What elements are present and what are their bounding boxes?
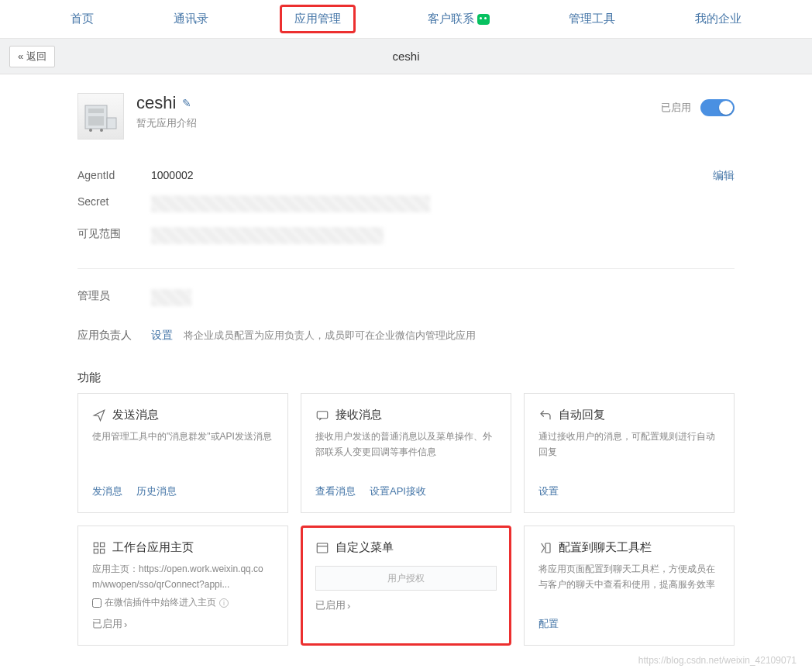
card-title: 配置到聊天工具栏 — [559, 540, 652, 555]
edit-link[interactable]: 编辑 — [713, 169, 735, 183]
enable-box: 已启用 — [661, 99, 735, 116]
action-api[interactable]: 设置API接收 — [370, 484, 426, 498]
svg-point-4 — [89, 129, 92, 132]
svg-rect-10 — [101, 549, 105, 553]
agentid-value: 1000002 — [151, 169, 713, 181]
action-config[interactable]: 配置 — [538, 617, 559, 631]
nav-tools[interactable]: 管理工具 — [561, 9, 623, 29]
menu-icon — [315, 541, 329, 555]
functions-title: 功能 — [0, 357, 812, 393]
reply-icon — [538, 408, 552, 422]
cards-grid: 发送消息 使用管理工具中的"消息群发"或API发送消息 发消息 历史消息 接收消… — [0, 393, 812, 672]
admin-value-redacted — [151, 289, 191, 306]
svg-point-5 — [100, 129, 103, 132]
card-status[interactable]: 已启用› — [92, 617, 274, 631]
grid-icon — [92, 541, 106, 555]
action-send[interactable]: 发消息 — [92, 484, 122, 498]
owner-row: 应用负责人 设置 将企业成员配置为应用负责人，成员即可在企业微信内管理此应用 — [77, 322, 735, 349]
visible-value-redacted — [151, 227, 384, 244]
edit-name-icon[interactable]: ✎ — [182, 97, 191, 109]
svg-rect-13 — [545, 543, 550, 553]
app-name: ceshi ✎ — [136, 93, 197, 113]
agentid-row: AgentId 1000002 编辑 — [77, 163, 735, 189]
card-desc: 应用主页：https://open.work.weixin.qq.com/wwo… — [92, 561, 274, 593]
visible-label: 可见范围 — [77, 227, 151, 241]
enable-toggle[interactable] — [700, 99, 735, 116]
main-content: ceshi ✎ 暂无应用介绍 已启用 AgentId 1000002 编辑 Se… — [0, 74, 812, 672]
app-icon — [77, 93, 124, 140]
card-receive-message[interactable]: 接收消息 接收用户发送的普通消息以及菜单操作、外部联系人变更回调等事件信息 查看… — [301, 393, 511, 513]
wechat-icon — [477, 14, 490, 25]
nav-app-management[interactable]: 应用管理 — [280, 5, 356, 33]
owner-desc: 将企业成员配置为应用负责人，成员即可在企业微信内管理此应用 — [184, 329, 476, 341]
card-title: 发送消息 — [112, 408, 159, 422]
card-title: 自动回复 — [559, 408, 605, 422]
back-button[interactable]: « 返回 — [9, 46, 55, 67]
app-description: 暂无应用介绍 — [136, 116, 197, 130]
toolbar-icon — [538, 541, 552, 555]
svg-rect-7 — [94, 543, 98, 546]
owner-label: 应用负责人 — [77, 329, 151, 343]
card-auto-reply[interactable]: 自动回复 通过接收用户的消息，可配置规则进行自动回复 设置 — [524, 393, 735, 513]
admin-label: 管理员 — [77, 289, 151, 303]
header-bar: « 返回 ceshi — [0, 39, 812, 74]
card-title: 接收消息 — [335, 408, 382, 422]
checkbox-row: 在微信插件中始终进入主页 i — [92, 596, 274, 609]
secret-row: Secret — [77, 189, 735, 221]
top-nav: 首页 通讯录 应用管理 客户联系 管理工具 我的企业 — [0, 0, 812, 39]
nav-company[interactable]: 我的企业 — [687, 9, 749, 29]
agentid-label: AgentId — [77, 169, 151, 181]
secret-label: Secret — [77, 195, 151, 208]
page-title: ceshi — [392, 50, 419, 63]
card-title: 自定义菜单 — [335, 540, 394, 555]
svg-rect-6 — [317, 411, 328, 418]
svg-rect-1 — [88, 109, 104, 113]
card-workbench[interactable]: 工作台应用主页 应用主页：https://open.work.weixin.qq… — [77, 526, 288, 646]
app-header: ceshi ✎ 暂无应用介绍 已启用 — [77, 93, 735, 163]
card-desc: 接收用户发送的普通消息以及菜单操作、外部联系人变更回调等事件信息 — [315, 429, 497, 477]
svg-rect-2 — [88, 116, 104, 126]
nav-home[interactable]: 首页 — [63, 9, 102, 29]
action-setup[interactable]: 设置 — [538, 484, 559, 498]
card-desc: 通过接收用户的消息，可配置规则进行自动回复 — [538, 429, 720, 477]
svg-rect-11 — [317, 543, 328, 553]
svg-rect-3 — [107, 118, 116, 129]
card-chat-toolbar[interactable]: 配置到聊天工具栏 将应用页面配置到聊天工具栏，方便成员在与客户的聊天中查看和使用… — [524, 526, 735, 646]
chevron-right-icon: › — [124, 619, 127, 630]
card-title: 工作台应用主页 — [112, 540, 194, 555]
menu-preview[interactable]: 用户授权 — [315, 566, 497, 591]
svg-rect-8 — [101, 543, 105, 546]
receive-icon — [315, 408, 329, 422]
always-enter-checkbox[interactable] — [92, 598, 102, 608]
chevron-right-icon: › — [347, 600, 350, 612]
card-send-message[interactable]: 发送消息 使用管理工具中的"消息群发"或API发送消息 发消息 历史消息 — [77, 393, 288, 513]
card-desc: 使用管理工具中的"消息群发"或API发送消息 — [92, 429, 274, 477]
admin-row: 管理员 — [77, 283, 735, 315]
info-icon[interactable]: i — [219, 598, 229, 608]
action-view[interactable]: 查看消息 — [315, 484, 356, 498]
card-status[interactable]: 已启用› — [315, 598, 497, 612]
watermark: https://blog.csdn.net/weixin_42109071 — [638, 655, 797, 666]
card-desc: 将应用页面配置到聊天工具栏，方便成员在与客户的聊天中查看和使用，提高服务效率 — [538, 561, 720, 609]
send-icon — [92, 408, 106, 422]
nav-customer[interactable]: 客户联系 — [420, 9, 497, 29]
owner-setup-link[interactable]: 设置 — [151, 329, 173, 341]
enable-label: 已启用 — [661, 101, 691, 115]
nav-contacts[interactable]: 通讯录 — [166, 9, 216, 29]
secret-value-redacted — [151, 195, 430, 212]
action-history[interactable]: 历史消息 — [136, 484, 177, 498]
visible-row: 可见范围 — [77, 221, 735, 253]
card-custom-menu[interactable]: 自定义菜单 用户授权 已启用› — [301, 526, 511, 646]
svg-rect-9 — [94, 549, 98, 553]
